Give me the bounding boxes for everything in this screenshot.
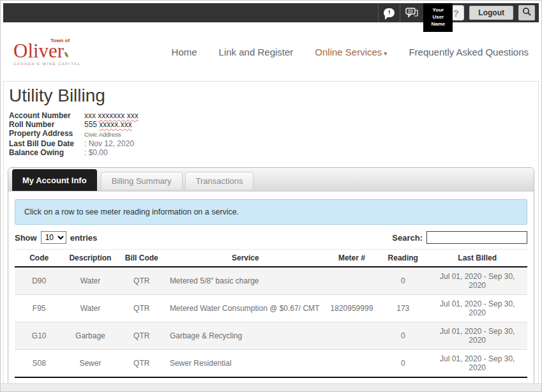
search-label: Search: <box>392 233 423 243</box>
last-bill-row: Last Bill Due Date : Nov 12, 2020 <box>9 139 534 148</box>
tab-transactions[interactable]: Transactions <box>185 172 254 190</box>
tab-billing-summary[interactable]: Billing Summary <box>101 172 183 190</box>
table-cell: Jul 01, 2020 - Sep 30, 2020 <box>427 322 527 350</box>
table-cell: QTR <box>117 295 166 322</box>
page-footer-strip <box>1 383 541 391</box>
balance-owing-row: Balance Owing : $0.00 <box>9 148 534 157</box>
column-header[interactable]: Service <box>166 250 325 268</box>
search-icon <box>522 7 532 19</box>
chat-bubbles-icon <box>405 8 418 18</box>
account-number-row: Account Number xxx xxxxxxx xxx <box>9 111 534 120</box>
page-title: Utility Billing <box>9 86 534 106</box>
leaf-icon <box>64 52 68 57</box>
column-header[interactable]: Code <box>15 250 63 268</box>
table-cell: Sewer Residential <box>166 350 325 378</box>
column-header[interactable]: Description <box>63 250 117 268</box>
column-header[interactable]: Bill Code <box>117 250 166 268</box>
property-address-value: Civic Address <box>84 129 121 139</box>
table-cell <box>325 267 379 295</box>
table-cell: Jul 01, 2020 - Sep 30, 2020 <box>427 350 527 378</box>
table-cell: QTR <box>117 267 166 295</box>
question-mark-icon: ? <box>453 8 459 19</box>
table-search-control: Search: <box>392 231 527 244</box>
table-cell: G10 <box>15 322 63 350</box>
table-cell <box>325 322 379 350</box>
table-cell: 1820959999 <box>325 295 379 322</box>
table-cell: QTR <box>117 322 166 350</box>
table-cell: Jul 01, 2020 - Sep 30, 2020 <box>427 295 527 322</box>
table-search-input[interactable] <box>426 231 527 244</box>
page-length-select[interactable]: 10 <box>41 231 66 244</box>
top-utility-bar: ! Your User Name ? Logout <box>3 3 539 22</box>
table-cell: Garbage & Recycling <box>166 322 325 350</box>
page-length-control: Show 10 entries <box>15 231 97 244</box>
property-address-label: Property Address <box>9 129 84 139</box>
nav-link-and-register[interactable]: Link and Register <box>219 47 294 57</box>
tab-strip: My Account Info Billing Summary Transact… <box>8 168 534 192</box>
table-cell: Metered Water Consumption @ $0.67/ CMT <box>166 295 325 322</box>
table-cell: Metered 5/8" basic charge <box>166 267 325 295</box>
entries-label: entries <box>70 233 98 243</box>
nav-faq[interactable]: Frequently Asked Questions <box>409 47 529 57</box>
balance-owing-value: : $0.00 <box>84 148 108 157</box>
table-header-row: CodeDescriptionBill CodeServiceMeter #Re… <box>15 250 527 268</box>
main-content: Utility Billing Account Number xxx xxxxx… <box>3 82 539 392</box>
table-cell: Jul 01, 2020 - Sep 30, 2020 <box>427 267 527 295</box>
info-message: Click on a row to see meter reading info… <box>15 199 527 225</box>
user-menu[interactable]: Your User Name <box>423 3 453 32</box>
table-cell: F95 <box>15 295 63 322</box>
site-search-button[interactable] <box>518 5 535 20</box>
table-cell: 0 <box>379 350 427 378</box>
messages-button[interactable] <box>400 3 423 22</box>
table-row[interactable]: F95WaterQTRMetered Water Consumption @ $… <box>15 295 527 322</box>
table-cell: QTR <box>117 350 166 378</box>
table-cell: D90 <box>15 267 63 295</box>
site-header: Town of Oliver CANADA'S WINE CAPITAL Hom… <box>3 22 539 81</box>
table-cell: Garbage <box>63 322 117 350</box>
table-cell: Water <box>63 267 117 295</box>
balance-owing-label: Balance Owing <box>9 148 84 157</box>
show-label: Show <box>15 233 37 243</box>
tab-panel-body: Click on a row to see meter reading info… <box>8 192 534 392</box>
nav-online-services[interactable]: Online Services▾ <box>315 47 387 57</box>
table-cell: Water <box>63 295 117 322</box>
logout-button[interactable]: Logout <box>469 6 513 20</box>
table-cell: S08 <box>15 350 63 378</box>
user-name-line: Your <box>433 7 444 14</box>
roll-number-row: Roll Number 555 xxxxx.xxx <box>9 120 534 129</box>
table-cell: 173 <box>379 295 427 322</box>
tab-my-account-info[interactable]: My Account Info <box>12 169 97 191</box>
account-number-value-redacted: xxxxxxx xxx <box>98 111 138 120</box>
services-table: CodeDescriptionBill CodeServiceMeter #Re… <box>15 249 527 378</box>
column-header[interactable]: Meter # <box>325 250 379 268</box>
notifications-button[interactable]: ! <box>378 3 400 22</box>
last-bill-value: : Nov 12, 2020 <box>84 139 134 148</box>
table-row[interactable]: S08SewerQTRSewer Residential0Jul 01, 202… <box>15 350 527 378</box>
table-row[interactable]: G10GarbageQTRGarbage & Recycling0Jul 01,… <box>15 322 527 350</box>
table-row[interactable]: D90WaterQTRMetered 5/8" basic charge0Jul… <box>15 267 527 295</box>
logo-town-of: Town of <box>50 38 70 43</box>
roll-number-label: Roll Number <box>9 120 84 129</box>
account-tabs-card: My Account Info Billing Summary Transact… <box>8 167 534 392</box>
table-cell: 0 <box>379 322 427 350</box>
table-cell: Sewer <box>63 350 117 378</box>
account-number-value: xxx <box>84 111 98 120</box>
user-name-line: Name <box>431 21 445 28</box>
nav-online-services-label: Online Services <box>315 47 382 57</box>
logo-tagline: CANADA'S WINE CAPITAL <box>13 62 90 66</box>
user-name-line: User <box>432 14 444 21</box>
main-navigation: Home Link and Register Online Services▾ … <box>172 47 529 57</box>
caret-down-icon: ▾ <box>384 50 387 57</box>
property-address-row: Property Address Civic Address <box>9 129 534 139</box>
nav-home[interactable]: Home <box>172 47 197 57</box>
table-cell: 0 <box>379 267 427 295</box>
table-cell <box>325 350 379 378</box>
roll-number-value-redacted: xxxxx.xxx <box>99 120 132 129</box>
column-header[interactable]: Last Billed <box>427 250 527 268</box>
last-bill-label: Last Bill Due Date <box>9 139 84 148</box>
column-header[interactable]: Reading <box>379 250 427 268</box>
alert-bubble-icon: ! <box>384 8 395 17</box>
table-controls: Show 10 entries Search: <box>15 231 527 244</box>
town-of-oliver-logo[interactable]: Town of Oliver CANADA'S WINE CAPITAL <box>13 41 90 66</box>
service-table-body: D90WaterQTRMetered 5/8" basic charge0Jul… <box>15 267 527 377</box>
